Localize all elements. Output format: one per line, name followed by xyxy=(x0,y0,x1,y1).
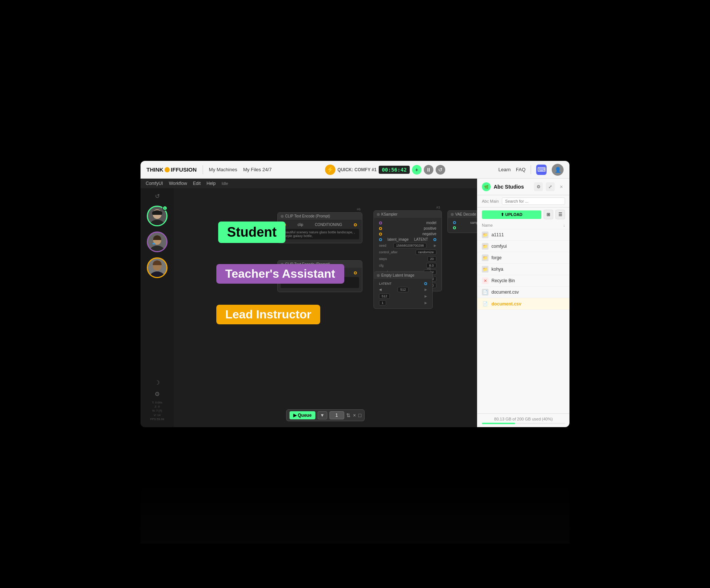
latent-node[interactable]: #5 Empty Latent Image LATENT xyxy=(373,271,433,309)
ks-control-row[interactable]: control_after randomize xyxy=(377,249,439,256)
ks-steps-label: steps xyxy=(379,257,387,261)
latent-h-row[interactable]: 512 ▶ xyxy=(377,293,429,300)
vae-vae-port xyxy=(453,226,456,229)
panel-close-btn[interactable]: × xyxy=(558,183,565,190)
workspace-label: Abc Main xyxy=(482,199,499,203)
faq-link[interactable]: FAQ xyxy=(516,167,525,172)
reflection-area xyxy=(0,477,710,588)
canvas-wrapper: ComfyUI Workflow Edit Help Idle ↺ xyxy=(141,179,477,427)
learn-link[interactable]: Learn xyxy=(498,167,511,172)
latent-b-row[interactable]: 1 ▶ xyxy=(377,300,429,306)
discord-icon[interactable]: ⌨ xyxy=(536,165,547,175)
refresh-button[interactable]: ↺ xyxy=(436,165,445,175)
ks-header: KSampler xyxy=(374,211,442,218)
latent-b-arrow: ▶ xyxy=(425,301,427,305)
instructor-avatar-container[interactable] xyxy=(147,257,168,278)
latent-w-val[interactable]: 512 xyxy=(398,287,408,292)
vae-vae-row: vae xyxy=(451,225,477,230)
file-name-recycle: Recycle Bin xyxy=(491,278,565,283)
storage-bar xyxy=(482,423,565,424)
vae-samples-label: samples xyxy=(470,221,477,224)
edit-menu[interactable]: Edit xyxy=(193,181,201,186)
vae-title: VAE Decode xyxy=(455,212,476,216)
ks-model-port xyxy=(379,222,382,224)
stats-text: T: 0.00s Z: 0 N: 7 [7] V: 14 FPS:59.98 xyxy=(150,401,164,421)
queue-arrows-btn[interactable]: ⇅ xyxy=(346,412,351,418)
prompt-text[interactable]: beautiful scenery nature glass bottle la… xyxy=(281,229,359,239)
my-machines-link[interactable]: My Machines xyxy=(209,167,237,172)
clip-node-1[interactable]: #6 CLIP Text Encode (Prompt) clip CONDIT… xyxy=(277,212,362,243)
panel-share-btn[interactable]: ⤢ xyxy=(546,182,555,191)
queue-clear-btn[interactable]: × xyxy=(353,412,356,418)
queue-expand-btn[interactable]: □ xyxy=(358,412,361,418)
panel-settings-btn[interactable]: ⚙ xyxy=(534,182,543,191)
help-menu[interactable]: Help xyxy=(206,181,216,186)
ks-seed-row[interactable]: seed 156680208700298 ▶ xyxy=(377,242,439,249)
clip1-title: CLIP Text Encode (Prompt) xyxy=(285,214,330,218)
ks-steps-val[interactable]: 20 xyxy=(427,256,436,261)
queue-button[interactable]: ▶ Queue xyxy=(290,411,315,419)
ta-avatar-container[interactable] xyxy=(147,232,168,252)
timer-section: ⚡ QUICK: COMFY #1 00:56:42 + ⏸ ↺ xyxy=(325,165,445,175)
stat-fps: FPS:59.98 xyxy=(150,417,164,421)
file-item-doc-csv-1[interactable]: 📄 document.csv xyxy=(477,287,569,298)
latent-w-row[interactable]: ◀ 512 ▶ xyxy=(377,286,429,293)
left-sidebar: ↺ 1 xyxy=(141,188,174,427)
upload-button[interactable]: ⬆ UPLOAD xyxy=(482,210,541,219)
stat-n: N: 7 [7] xyxy=(150,409,164,413)
ks-seed-arrow: ▶ xyxy=(434,244,436,247)
settings-icon[interactable]: ⚙ xyxy=(155,391,160,398)
ks-latent-label: latent_image xyxy=(388,237,409,241)
user-avatar-top[interactable]: 👤 xyxy=(552,164,564,176)
file-item-kohya[interactable]: 📁 kohya xyxy=(477,264,569,275)
latent-out-port xyxy=(424,282,427,285)
clip1-slip-row: clip CONDITIONING xyxy=(281,222,359,227)
ks-seed-val[interactable]: 156680208700298 xyxy=(393,243,426,248)
latent-w-label: ◀ xyxy=(379,288,382,291)
timer-icon: ⚡ xyxy=(325,165,335,175)
ks-control-val[interactable]: randomize xyxy=(416,250,436,255)
workflow-menu[interactable]: Workflow xyxy=(169,181,187,186)
file-item-a1111[interactable]: 📁 a1111 xyxy=(477,229,569,241)
right-panel: 🌿 Abc Studios ⚙ ⤢ × Abc Main ⬆ UPLOAD ⊞ … xyxy=(477,179,569,427)
file-item-comfyui[interactable]: 📁 comfyui xyxy=(477,241,569,252)
queue-count-input[interactable] xyxy=(329,411,344,419)
queue-bar: ▶ Queue ▼ ⇅ × □ xyxy=(286,409,365,421)
latent-w-arrow: ▶ xyxy=(425,288,427,291)
main-screen: THINK IFFUSION My Machines My Files 24/7… xyxy=(141,161,569,427)
node-id-6: #6 xyxy=(357,207,361,211)
panel-search-row: Abc Main xyxy=(477,195,569,207)
file-search-input[interactable] xyxy=(502,197,565,205)
history-icon[interactable]: ↺ xyxy=(155,193,160,200)
file-item-forge[interactable]: 📁 forge xyxy=(477,252,569,264)
ks-pos-port xyxy=(379,227,382,230)
file-item-recycle[interactable]: ✕ Recycle Bin xyxy=(477,275,569,287)
ta-badge: Teacher's Assistant xyxy=(216,264,344,284)
logo-ball xyxy=(165,167,170,172)
queue-dropdown[interactable]: ▼ xyxy=(318,411,327,419)
svg-point-6 xyxy=(150,271,165,277)
comfyui-menu[interactable]: ComfyUI xyxy=(146,181,163,186)
logo-diffusion: IFFUSION xyxy=(171,166,197,173)
nav-right: Learn FAQ ⌨ 👤 xyxy=(498,164,564,176)
vae-node[interactable]: #8 VAE Decode samples xyxy=(447,210,477,233)
node-canvas[interactable]: Student Teacher's Assistant Lead Instruc… xyxy=(174,188,477,427)
add-time-button[interactable]: + xyxy=(412,165,422,175)
file-item-doc-csv-2[interactable]: 📄 document.csv ⋯ xyxy=(477,298,569,310)
my-files-link[interactable]: My Files 24/7 xyxy=(243,167,271,172)
nav-divider xyxy=(203,165,203,174)
ks-model-row: model xyxy=(377,220,439,226)
sort-icon[interactable]: ↓ xyxy=(563,223,565,227)
pause-button[interactable]: ⏸ xyxy=(424,165,433,175)
ks-steps-row[interactable]: steps 20 xyxy=(377,256,439,262)
logo: THINK IFFUSION xyxy=(146,166,197,173)
latent-b-val[interactable]: 1 xyxy=(379,300,386,305)
grid-view-btn[interactable]: ⊞ xyxy=(544,210,553,219)
theme-icon[interactable]: ☽ xyxy=(155,379,160,386)
vae-samples-row: samples xyxy=(451,220,477,225)
file-list: 📁 a1111 📁 comfyui 📁 forge 📁 kohya xyxy=(477,229,569,413)
student-avatar-container[interactable]: 1 xyxy=(147,206,168,226)
recycle-bin-icon: ✕ xyxy=(482,277,488,284)
latent-h-val[interactable]: 512 xyxy=(379,294,390,299)
list-view-btn[interactable]: ☰ xyxy=(555,210,565,219)
